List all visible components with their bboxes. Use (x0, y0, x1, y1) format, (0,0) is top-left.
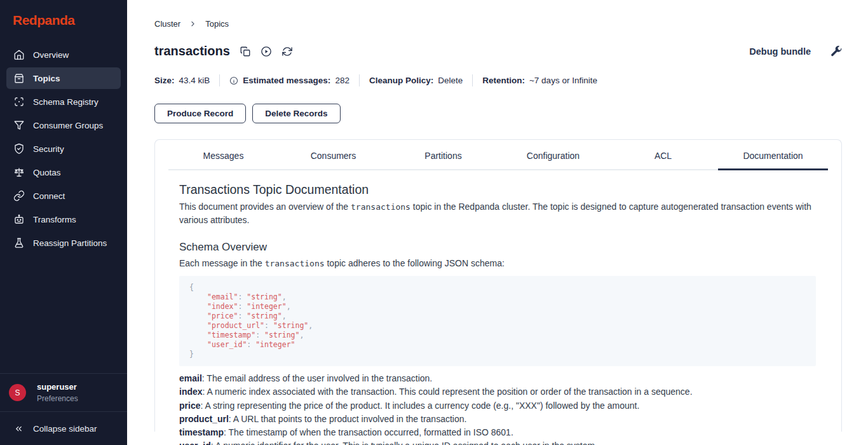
code-line: "email": "string", (189, 292, 806, 302)
breadcrumb-cluster[interactable]: Cluster (154, 19, 180, 29)
field-index: index: A numeric index associated with t… (179, 385, 816, 399)
code-line: { (189, 283, 806, 292)
documentation-panel: Transactions Topic Documentation This do… (155, 170, 841, 445)
sidebar-item-label: Topics (33, 74, 60, 83)
double-chevron-left-icon (14, 424, 24, 434)
field-product-url: product_url: A URL that points to the pr… (179, 413, 816, 426)
collapse-sidebar-button[interactable]: Collapse sidebar (0, 411, 127, 445)
stat-retention: Retention: ~7 days or Infinite (482, 76, 597, 85)
stat-estimated-messages: Estimated messages: 282 (229, 76, 349, 85)
code-line: "user_id": "integer" (189, 340, 806, 350)
sidebar-item-label: Security (33, 144, 64, 154)
sidebar-item-label: Quotas (33, 168, 61, 177)
stat-value: ~7 days or Infinite (529, 76, 597, 85)
stat-value: Delete (438, 76, 463, 85)
stat-size: Size: 43.4 kiB (154, 76, 210, 85)
sidebar-item-quotas[interactable]: Quotas (6, 161, 121, 183)
sidebar-item-topics[interactable]: Topics (6, 67, 121, 89)
sidebar-item-schema-registry[interactable]: Schema Registry (6, 91, 121, 113)
sidebar-item-consumer-groups[interactable]: Consumer Groups (6, 114, 121, 136)
code-line: "timestamp": "string", (189, 331, 806, 340)
code-line: "product_url": "string", (189, 321, 806, 331)
action-buttons-row: Produce Record Delete Records (154, 104, 842, 123)
sidebar-item-label: Reassign Partitions (33, 238, 107, 248)
delete-records-button[interactable]: Delete Records (252, 104, 340, 123)
stat-label: Estimated messages: (243, 76, 330, 85)
json-schema-code-block: { "email": "string", "index": "integer",… (179, 276, 816, 366)
redpanda-logo: Redpanda (0, 0, 127, 44)
field-descriptions: email: The email address of the user inv… (179, 372, 816, 445)
doc-schema-intro: Each message in the transactions topic a… (179, 257, 816, 270)
field-user-id: user_id: A numeric identifier for the us… (179, 439, 816, 445)
doc-schema-heading: Schema Overview (179, 241, 816, 254)
breadcrumb-topics[interactable]: Topics (205, 19, 229, 29)
topic-stats-row: Size: 43.4 kiB Estimated messages: 282 C… (154, 74, 842, 86)
divider (219, 74, 220, 86)
preferences-link[interactable]: Preferences (37, 394, 78, 403)
sidebar-item-label: Transforms (33, 215, 76, 224)
tab-acl[interactable]: ACL (608, 140, 718, 170)
link-icon (13, 190, 25, 202)
sidebar-item-reassign-partitions[interactable]: Reassign Partitions (6, 232, 121, 254)
funnel-icon (13, 120, 25, 131)
code-line: "index": "integer", (189, 302, 806, 312)
inline-code: transactions (351, 202, 410, 212)
field-email: email: The email address of the user inv… (179, 372, 816, 385)
tab-configuration[interactable]: Configuration (498, 140, 608, 170)
topic-title-row: transactions Debug bundle (154, 44, 842, 58)
sidebar-item-label: Overview (33, 50, 69, 60)
tab-documentation[interactable]: Documentation (718, 140, 828, 170)
sidebar-item-label: Schema Registry (33, 97, 98, 107)
topic-detail-card: Messages Consumers Partitions Configurat… (154, 139, 842, 432)
topics-box-icon (13, 72, 25, 84)
divider (472, 74, 473, 86)
tab-messages[interactable]: Messages (168, 140, 278, 170)
stat-label: Size: (154, 76, 175, 85)
sidebar-item-label: Connect (33, 191, 65, 201)
sidebar-item-security[interactable]: Security (6, 138, 121, 160)
refresh-icon[interactable] (281, 46, 293, 57)
stat-value: 43.4 kiB (179, 76, 210, 85)
info-icon (229, 76, 238, 85)
collapse-sidebar-label: Collapse sidebar (33, 424, 97, 434)
shield-check-icon (13, 143, 25, 154)
sidebar-item-overview[interactable]: Overview (6, 44, 121, 65)
wrench-icon[interactable] (830, 45, 842, 57)
tab-partitions[interactable]: Partitions (388, 140, 498, 170)
page-title: transactions (154, 44, 230, 58)
tab-consumers[interactable]: Consumers (278, 140, 388, 170)
inline-code: transactions (265, 259, 325, 268)
debug-bundle-link[interactable]: Debug bundle (749, 46, 811, 57)
breadcrumb: Cluster Topics (154, 19, 842, 29)
avatar[interactable]: S (9, 384, 26, 401)
flask-icon (13, 237, 25, 249)
divider (359, 74, 360, 86)
scales-icon (13, 167, 25, 178)
code-line: } (189, 350, 806, 359)
stat-label: Cleanup Policy: (369, 76, 433, 85)
doc-intro: This document provides an overview of th… (179, 200, 816, 227)
field-price: price: A string representing the price o… (179, 399, 816, 413)
code-line: "price": "string", (189, 312, 806, 321)
produce-record-button[interactable]: Produce Record (154, 104, 246, 123)
home-icon (13, 49, 25, 60)
chevron-right-icon (189, 20, 197, 28)
sidebar-item-connect[interactable]: Connect (6, 185, 121, 207)
doc-title: Transactions Topic Documentation (179, 182, 816, 197)
robot-icon (13, 214, 25, 225)
copy-icon[interactable] (240, 46, 251, 57)
play-circle-icon[interactable] (261, 46, 272, 57)
stat-cleanup-policy: Cleanup Policy: Delete (369, 76, 463, 85)
field-timestamp: timestamp: The timestamp of when the tra… (179, 426, 816, 439)
stat-value: 282 (335, 76, 349, 85)
user-name: superuser (37, 382, 78, 392)
sidebar-item-transforms[interactable]: Transforms (6, 209, 121, 230)
user-section: S superuser Preferences (0, 373, 127, 411)
main-content: Cluster Topics transactions Debug bundle (127, 0, 868, 445)
sidebar-item-label: Consumer Groups (33, 121, 103, 130)
schema-registry-icon (13, 96, 25, 107)
stat-label: Retention: (482, 76, 525, 85)
sidebar: Redpanda Overview Topics Schema Registry… (0, 0, 127, 445)
sidebar-nav: Overview Topics Schema Registry Consumer… (0, 44, 127, 373)
tab-bar: Messages Consumers Partitions Configurat… (168, 140, 828, 170)
